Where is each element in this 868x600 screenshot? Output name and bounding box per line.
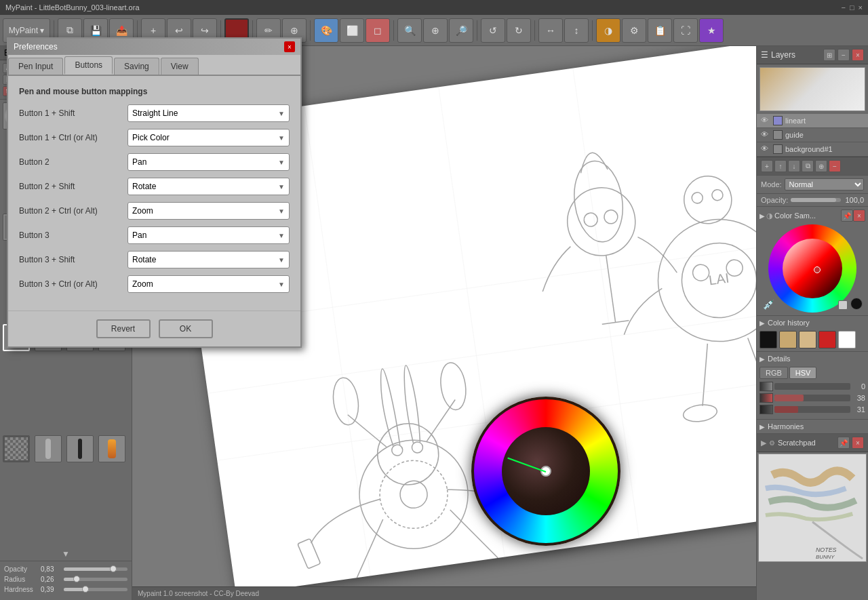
window-title: MyPaint - LittleBotBunny_003-lineart.ora [5,3,140,12]
toolbar-separator-8 [534,20,535,41]
brush-item-15[interactable] [66,435,94,462]
preferences-titlebar: Preferences × [8,39,300,55]
pref-tab-saving[interactable]: Saving [114,58,159,75]
pref-label-4: Button 2 + Shift [19,182,127,191]
pref-dropdown-2[interactable]: Pick Color ▼ [127,129,290,146]
detail-bar-2[interactable] [774,395,850,401]
add-layer-button-panel[interactable]: + [761,160,773,172]
layer-item-guide[interactable]: 👁 guide [757,128,868,142]
brush-item-13[interactable] [3,435,30,462]
color-swatch-red[interactable] [818,331,836,348]
pref-dropdown-7[interactable]: Rotate ▼ [127,251,290,268]
color-wheel-gradient[interactable] [783,239,842,298]
rotate-cw-button[interactable]: ↻ [507,18,531,43]
pref-dropdown-8[interactable]: Zoom ▼ [127,275,290,293]
flip-h-button[interactable]: ↔ [538,18,563,43]
close-button[interactable]: × [859,3,863,12]
fullscreen-button[interactable]: ⛶ [673,18,698,43]
toolbar-separator-6 [393,20,394,41]
detail-bar-3[interactable] [774,406,850,413]
color-swatch-white[interactable] [838,331,856,348]
minimize-button[interactable]: − [841,3,845,12]
color-wheel-small[interactable]: 💉 [760,224,865,313]
pref-tab-pen-input[interactable]: Pen Input [8,58,63,75]
color-sampler-pin[interactable]: 📌 [841,209,853,222]
merge-layer-button[interactable]: ⊕ [815,160,827,172]
color-wheel-ring[interactable] [768,224,856,313]
rotate-ccw-button[interactable]: ↺ [481,18,505,43]
pref-dropdown-4[interactable]: Rotate ▼ [127,178,290,195]
brush-item-14[interactable] [35,435,62,462]
layer-type-icon-guide [773,130,783,140]
ok-button[interactable]: OK [159,319,213,338]
scratchpad-close[interactable]: × [852,437,864,449]
pref-dropdown-3[interactable]: Pan ▼ [127,153,290,171]
preferences-close-button[interactable]: × [284,41,295,52]
scratchpad-expand-icon[interactable]: ▶ [761,439,766,447]
layers-toggle[interactable]: 📋 [648,18,672,43]
layers-title: Layers [771,50,795,60]
flip-v-button[interactable]: ↕ [564,18,589,43]
pref-dropdown-6[interactable]: Pan ▼ [127,226,290,244]
radius-track[interactable] [64,578,127,581]
layer-item-background[interactable]: 👁 background#1 [757,142,868,157]
revert-button[interactable]: Revert [96,319,151,338]
brush-grid-expand[interactable]: ▼ [0,547,132,561]
pref-dropdown-5[interactable]: Zoom ▼ [127,202,290,220]
color-sampler-close[interactable]: × [853,209,865,222]
settings-button[interactable]: ★ [699,18,724,43]
svg-line-29 [748,336,756,399]
detail-bar-1[interactable] [774,383,850,390]
hardness-slider-row: Hardness 0,39 [4,586,127,593]
tab-hsv[interactable]: HSV [789,367,817,379]
pref-dropdown-1[interactable]: Straight Line ▼ [127,104,290,122]
harmonies-expand[interactable]: ▶ [760,423,765,431]
layer-item-lineart[interactable]: 👁 lineart [757,114,868,128]
maximize-button[interactable]: □ [850,3,854,12]
delete-layer-button[interactable]: − [829,160,841,172]
detail-color-2 [760,393,773,403]
brush-item-16[interactable] [98,435,125,462]
white-color-dot[interactable] [838,300,848,310]
color-swatch-beige[interactable] [799,331,816,348]
erase-button[interactable]: ◻ [366,18,390,43]
mode-select[interactable]: Normal [785,178,864,191]
svg-point-20 [604,209,619,225]
pref-tab-view[interactable]: View [161,58,199,75]
opacity-track[interactable] [64,567,127,571]
layer-visibility-icon[interactable]: 👁 [761,116,770,125]
color-history-expand[interactable]: ▶ [760,319,765,327]
black-color-dot[interactable] [850,298,863,310]
details-expand[interactable]: ▶ [760,355,765,363]
pref-tab-buttons[interactable]: Buttons [64,56,113,75]
scratchpad-canvas[interactable]: NOTES BUNNY [758,454,867,562]
opacity-slider-layers[interactable] [791,198,841,202]
layers-expand-button[interactable]: ⊞ [823,49,835,61]
layer-visibility-icon-bg[interactable]: 👁 [761,144,770,154]
hardness-track[interactable] [64,588,127,591]
layer-visibility-icon-guide[interactable]: 👁 [761,130,770,140]
frame-button[interactable]: ⬜ [340,18,364,43]
color-sampler-expand[interactable]: ▶ [760,212,765,220]
color-swatch-tan[interactable] [779,331,797,348]
tab-rgb[interactable]: RGB [760,367,788,379]
radius-slider-row: Radius 0,26 [4,576,127,583]
eyedropper-icon[interactable]: 💉 [763,299,774,310]
color-swatch-black[interactable] [760,331,777,348]
duplicate-layer-button[interactable]: ⧉ [802,160,814,172]
color-pick-button[interactable]: 🎨 [314,18,338,43]
preferences-button[interactable]: ⚙ [622,18,646,43]
color-wheel-large[interactable] [471,397,620,546]
layers-collapse-button[interactable]: − [837,49,850,61]
layers-close-button[interactable]: × [852,49,864,61]
scratchpad-pin[interactable]: 📌 [837,437,850,449]
statusbar: Mypaint 1.0 screenshot - CC-By Deevad [132,586,756,600]
zoom-fit-button[interactable]: ⊕ [423,18,448,43]
zoom-in-button[interactable]: 🔍 [397,18,422,43]
color-sampler-toggle[interactable]: ◑ [596,18,620,43]
svg-line-6 [349,519,391,578]
layer-up-button[interactable]: ↑ [774,160,787,172]
layer-down-button[interactable]: ↓ [788,160,800,172]
zoom-out-button[interactable]: 🔎 [449,18,473,43]
toolbar-separator-5 [310,20,311,41]
